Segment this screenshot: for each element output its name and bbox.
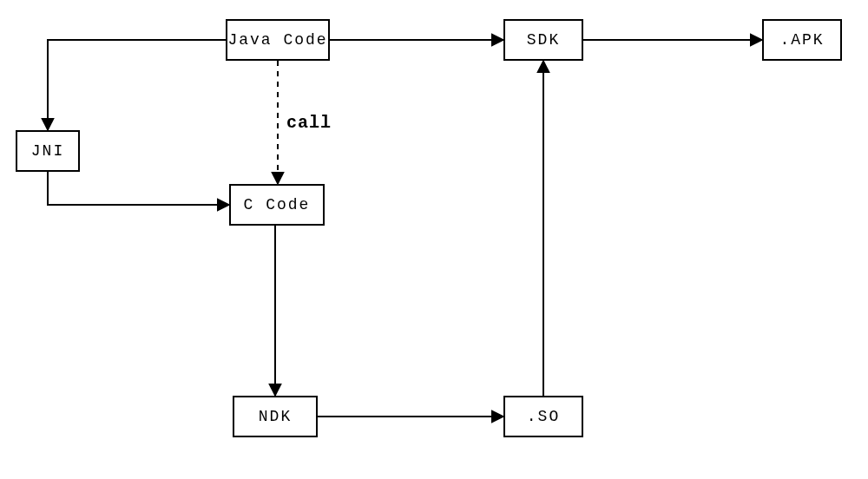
node-label: NDK: [259, 408, 292, 425]
node-c-code: C Code: [229, 184, 325, 226]
edge-label-call: call: [286, 113, 332, 133]
node-apk: .APK: [762, 19, 842, 61]
node-ndk: NDK: [233, 396, 318, 437]
edge-java-to-jni: [48, 40, 226, 130]
node-label: C Code: [244, 196, 311, 213]
node-label: .SO: [527, 408, 560, 425]
node-label: Java Code: [227, 31, 327, 49]
node-label: JNI: [31, 142, 64, 160]
node-label: SDK: [527, 31, 560, 49]
node-java-code: Java Code: [226, 19, 330, 61]
edge-label-text: call: [286, 113, 332, 133]
node-sdk: SDK: [503, 19, 583, 61]
connectors: [0, 0, 868, 479]
edge-jni-to-ccode: [48, 172, 229, 205]
node-jni: JNI: [16, 130, 80, 172]
node-so: .SO: [503, 396, 583, 437]
node-label: .APK: [779, 31, 824, 49]
